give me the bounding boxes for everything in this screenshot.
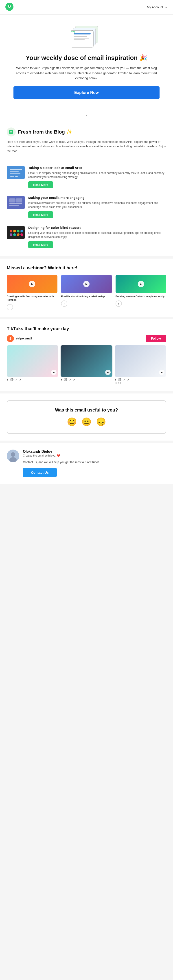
- article-2-title: Making your emails more engaging: [28, 196, 166, 200]
- header: My Account →: [0, 0, 173, 14]
- hero-description: Welcome to your Stripo digest! This week…: [13, 65, 160, 81]
- contact-us-button[interactable]: Contact Us: [23, 468, 57, 477]
- read-more-button-1[interactable]: Read More: [28, 181, 53, 188]
- play-icon-1[interactable]: ▶: [29, 281, 35, 287]
- article-1-title: Taking a closer look at email APIs: [28, 166, 166, 170]
- tiktok-actions-2: ♥ 💬 ↗ ➤: [61, 378, 112, 381]
- tiktok-video-1: ▶ ♥ 💬 ↗ ➤: [7, 345, 58, 385]
- svg-rect-11: [10, 132, 12, 132]
- tiktok-actions-1: ♥ 💬 ↗ ➤: [7, 378, 58, 381]
- svg-point-28: [9, 233, 13, 236]
- emoji-sad-button[interactable]: 😞: [96, 417, 106, 426]
- hero-image: Blog: [69, 21, 105, 49]
- svg-text:Blog: Blog: [71, 31, 75, 33]
- explore-now-button[interactable]: Explore Now: [13, 86, 160, 99]
- emoji-neutral-button[interactable]: 😐: [82, 417, 91, 426]
- tiktok-avatar: S: [7, 335, 14, 342]
- svg-point-33: [11, 452, 15, 457]
- feedback-title: Was this email useful to you?: [14, 407, 159, 413]
- webinar-arrow-2[interactable]: ›: [61, 301, 67, 307]
- send-icon-2[interactable]: ➤: [73, 378, 75, 381]
- share-icon-2[interactable]: ↗: [69, 378, 71, 381]
- emoji-row: 😊 😐 😞: [14, 417, 159, 426]
- read-more-button-2[interactable]: Read More: [28, 211, 53, 218]
- webinar-arrow-1[interactable]: ›: [7, 304, 13, 310]
- article-3-content: Designing for color-blind readers Ensuri…: [28, 226, 166, 248]
- svg-rect-5: [74, 36, 87, 37]
- article-1-text: Email APIs simplify sending and managing…: [28, 171, 166, 179]
- svg-point-26: [17, 230, 19, 232]
- emoji-happy-button[interactable]: 😊: [67, 417, 77, 426]
- svg-rect-15: [9, 171, 19, 172]
- article-3-image: [7, 226, 25, 239]
- chevron-icon: ⌄: [85, 112, 88, 117]
- article-1-image: email API: [7, 166, 25, 179]
- webinar-label-1: Creating emails fast using modules with …: [7, 295, 57, 302]
- chevron-divider: ⌄: [0, 108, 173, 121]
- webinar-item-2: ▶ Email is about building a relationship…: [61, 275, 112, 310]
- webinar-grid: ▶ Creating emails fast using modules wit…: [7, 275, 166, 310]
- follow-button[interactable]: Follow: [146, 335, 166, 342]
- comment-icon-2[interactable]: 💬: [64, 378, 67, 381]
- my-account-link[interactable]: My Account →: [147, 5, 168, 9]
- comment-icon-1[interactable]: 💬: [10, 378, 13, 381]
- author-info: Oleksandr Dielov Created the email with …: [23, 450, 166, 477]
- tiktok-video-thumb-2: ▶: [61, 345, 112, 377]
- account-label: My Account: [147, 5, 163, 9]
- send-icon-1[interactable]: ➤: [19, 378, 22, 381]
- author-subtitle: Created the email with love. ❤️: [23, 454, 166, 457]
- webinar-thumb-1: ▶: [7, 275, 57, 293]
- webinar-item-1: ▶ Creating emails fast using modules wit…: [7, 275, 57, 310]
- tiktok-section: TikToks that'll make your day S stripo.e…: [0, 320, 173, 391]
- webinar-arrow-3[interactable]: ›: [116, 301, 122, 307]
- blog-article-1: email API Taking a closer look at email …: [7, 162, 166, 192]
- svg-rect-7: [74, 40, 85, 40]
- like-icon-1[interactable]: ♥: [7, 378, 8, 381]
- hero-section: Blog Your weekly dose of email inspirati…: [0, 14, 173, 108]
- tiktok-actions-3: ♥ 💬 ↗ ➤: [115, 378, 166, 381]
- svg-rect-21: [9, 204, 22, 204]
- play-icon-2[interactable]: ▶: [83, 281, 90, 287]
- tiktok-account-row: S stripo.email Follow: [7, 335, 166, 342]
- tiktok-video-thumb-1: ▶: [7, 345, 58, 377]
- share-icon-3[interactable]: ↗: [123, 378, 126, 381]
- svg-rect-20: [16, 199, 22, 202]
- blog-section: Fresh from the Blog ✨ Here are three art…: [0, 121, 173, 256]
- svg-point-31: [20, 233, 23, 236]
- account-arrow: →: [165, 5, 168, 9]
- tiktok-play-3[interactable]: ▶: [159, 370, 165, 375]
- share-icon-1[interactable]: ↗: [15, 378, 17, 381]
- webinar-thumb-3: ▶: [116, 275, 166, 293]
- tiktok-video-thumb-3: ▶: [115, 345, 166, 377]
- tiktok-video-2: ▶ ♥ 💬 ↗ ➤: [61, 345, 112, 385]
- webinar-item-3: ▶ Building custom Outlook templates easi…: [116, 275, 166, 310]
- comment-icon-3[interactable]: 💬: [118, 378, 121, 381]
- tiktok-play-1[interactable]: ▶: [51, 370, 57, 375]
- logo: [5, 3, 13, 12]
- author-description: Contact us, and we will help you get the…: [23, 460, 166, 465]
- article-2-content: Making your emails more engaging Interac…: [28, 196, 166, 218]
- like-icon-3[interactable]: ♥: [115, 378, 116, 381]
- read-more-button-3[interactable]: Read More: [28, 241, 53, 248]
- tiktok-username: stripo.email: [16, 337, 32, 340]
- tiktok-video-3: ▶ ♥ 💬 ↗ ➤ 12 0 3: [115, 345, 166, 385]
- play-icon-3[interactable]: ▶: [138, 281, 144, 287]
- webinar-label-2: Email is about building a relationship: [61, 295, 112, 298]
- tiktok-account-left: S stripo.email: [7, 335, 32, 342]
- svg-rect-4: [74, 33, 91, 35]
- article-2-image: [7, 196, 25, 209]
- webinar-section: Missed a webinar? Watch it here! ▶ Creat…: [0, 259, 173, 317]
- send-icon-3[interactable]: ➤: [127, 378, 129, 381]
- blog-article-2: Making your emails more engaging Interac…: [7, 192, 166, 222]
- svg-point-24: [9, 230, 13, 232]
- tiktok-play-2[interactable]: ▶: [105, 370, 111, 375]
- feedback-card: Was this email useful to you? 😊 😐 😞: [7, 400, 166, 434]
- svg-rect-23: [8, 227, 24, 238]
- like-icon-2[interactable]: ♥: [61, 378, 62, 381]
- svg-rect-6: [74, 38, 89, 38]
- hero-title: Your weekly dose of email inspiration 🎉: [13, 54, 160, 62]
- webinar-title: Missed a webinar? Watch it here!: [7, 265, 166, 270]
- svg-point-30: [17, 233, 19, 236]
- blog-title: Fresh from the Blog ✨: [18, 129, 72, 135]
- svg-point-25: [13, 230, 16, 232]
